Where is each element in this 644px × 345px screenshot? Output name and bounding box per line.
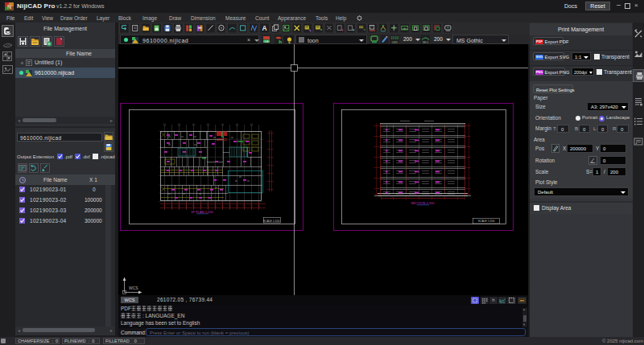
svg-text:UA: UA [265, 40, 270, 43]
svg-text:WCS: WCS [129, 285, 138, 290]
svg-text:SEG: SEG [423, 41, 429, 44]
svg-text:h: h [279, 39, 282, 44]
svg-text:N: N [7, 4, 11, 10]
svg-text:LWD: LWD [392, 41, 398, 44]
svg-text:abc: abc [402, 26, 407, 30]
svg-text:SCALE 1:200: SCALE 1:200 [263, 220, 280, 223]
svg-text:SCALE 1:200: SCALE 1:200 [478, 220, 495, 223]
svg-text:A: A [262, 24, 268, 32]
svg-text:1F PLAN 1:200: 1F PLAN 1:200 [191, 210, 213, 214]
svg-text:SECTION 1:200: SECTION 1:200 [411, 201, 436, 205]
